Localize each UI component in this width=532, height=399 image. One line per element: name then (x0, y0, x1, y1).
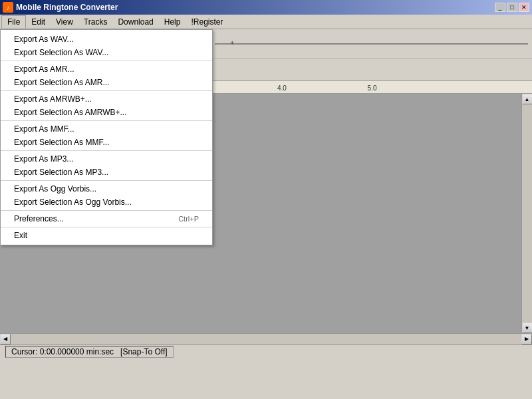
title-controls: _ □ ✕ (495, 3, 529, 12)
ruler-mark-4: 4.0 (277, 84, 287, 92)
menu-bar: File Edit View Tracks Download Help !Reg… (0, 15, 532, 29)
export-selection-wav[interactable]: Export Selection As WAV... (1, 46, 212, 59)
preferences-section: Preferences... Ctrl+P (1, 210, 212, 227)
scroll-left-button[interactable]: ◀ (0, 334, 11, 344)
export-wav[interactable]: Export As WAV... (1, 33, 212, 46)
menu-item-register[interactable]: !Register (186, 16, 228, 28)
menu-item-help[interactable]: Help (159, 16, 186, 28)
amrwb-section: Export As AMRWB+... Export Selection As … (1, 90, 212, 120)
export-amr[interactable]: Export As AMR... (1, 63, 212, 76)
ogg-section: Export As Ogg Vorbis... Export Selection… (1, 180, 212, 210)
export-ogg[interactable]: Export As Ogg Vorbis... (1, 182, 212, 196)
exit[interactable]: Exit (1, 229, 212, 242)
export-selection-ogg[interactable]: Export Selection As Ogg Vorbis... (1, 196, 212, 209)
export-selection-amrwb[interactable]: Export Selection As AMRWB+... (1, 106, 212, 119)
app-title: Mobile Ringtone Converter (16, 3, 118, 12)
title-bar: ♪ Mobile Ringtone Converter _ □ ✕ (0, 0, 532, 15)
preferences[interactable]: Preferences... Ctrl+P (1, 212, 212, 225)
amr-section: Export As AMR... Export Selection As AMR… (1, 61, 212, 90)
close-button[interactable]: ✕ (519, 3, 529, 12)
menu-item-tracks[interactable]: Tracks (78, 16, 113, 28)
menu-item-download[interactable]: Download (112, 16, 158, 28)
scroll-right-button[interactable]: ▶ (521, 334, 532, 344)
cursor-status: Cursor: 0:00.000000 min:sec [Snap-To Off… (5, 346, 174, 358)
file-dropdown-menu: Export As WAV... Export Selection As WAV… (0, 29, 213, 245)
wav-section: Export As WAV... Export Selection As WAV… (1, 31, 212, 61)
menu-item-view[interactable]: View (51, 16, 78, 28)
scroll-down-button[interactable]: ▼ (522, 323, 533, 333)
menu-item-file[interactable]: File (1, 15, 26, 29)
snap-label: [Snap-To Off] (120, 347, 167, 356)
export-selection-mp3[interactable]: Export Selection As MP3... (1, 166, 212, 179)
minimize-button[interactable]: _ (495, 3, 505, 12)
bottom-scrollbar: ◀ ▶ (0, 333, 532, 344)
app-icon: ♪ (3, 2, 13, 13)
export-selection-mmf[interactable]: Export Selection As MMF... (1, 136, 212, 149)
menu-item-edit[interactable]: Edit (26, 16, 51, 28)
status-bar: Cursor: 0:00.000000 min:sec [Snap-To Off… (0, 344, 532, 358)
maximize-button[interactable]: □ (507, 3, 517, 12)
export-selection-amr[interactable]: Export Selection As AMR... (1, 76, 212, 89)
title-bar-left: ♪ Mobile Ringtone Converter (3, 2, 118, 13)
exit-section: Exit (1, 227, 212, 243)
scroll-up-button[interactable]: ▲ (522, 94, 533, 104)
mmf-section: Export As MMF... Export Selection As MMF… (1, 120, 212, 150)
scroll-track-bottom[interactable] (11, 334, 521, 344)
export-amrwb[interactable]: Export As AMRWB+... (1, 92, 212, 106)
cursor-label: Cursor: 0:00.000000 min:sec (11, 347, 114, 356)
export-mmf[interactable]: Export As MMF... (1, 122, 212, 136)
mp3-section: Export As MP3... Export Selection As MP3… (1, 150, 212, 180)
scroll-track-right[interactable] (522, 104, 533, 323)
export-mp3[interactable]: Export As MP3... (1, 152, 212, 166)
ruler-mark-5: 5.0 (368, 84, 377, 92)
right-scrollbar: ▲ ▼ (521, 94, 532, 333)
